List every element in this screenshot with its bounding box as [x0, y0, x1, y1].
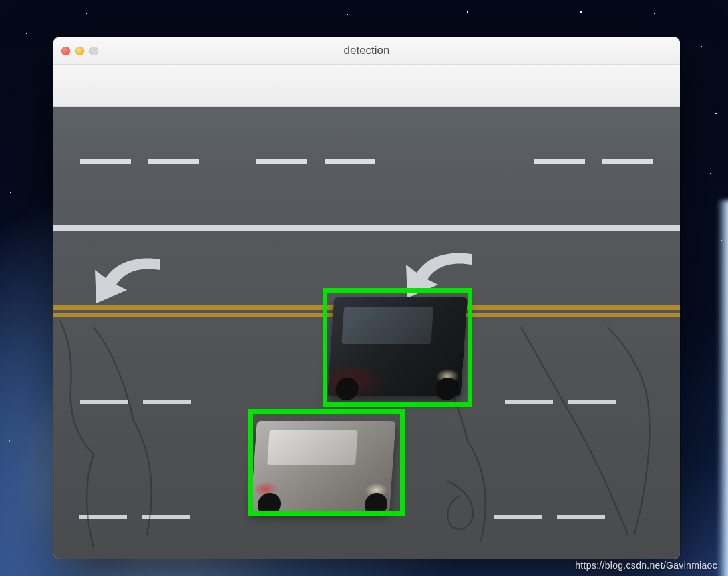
- watermark-text: https://blog.csdn.net/Gavinmiaoc: [575, 560, 717, 571]
- window-title: detection: [53, 44, 680, 57]
- image-viewport: [53, 107, 680, 559]
- close-icon[interactable]: [61, 47, 70, 55]
- zoom-icon[interactable]: [89, 47, 98, 55]
- turn-arrow-icon: [80, 250, 187, 317]
- traffic-lights: [61, 47, 98, 55]
- window-titlebar[interactable]: detection: [53, 37, 680, 65]
- minimize-icon[interactable]: [75, 47, 84, 55]
- road-image: [53, 107, 680, 559]
- detection-box: [248, 409, 405, 516]
- detection-box: [323, 288, 472, 407]
- desktop-background: detection: [0, 0, 728, 576]
- window-toolbar: [53, 65, 680, 107]
- detection-window: detection: [53, 37, 680, 559]
